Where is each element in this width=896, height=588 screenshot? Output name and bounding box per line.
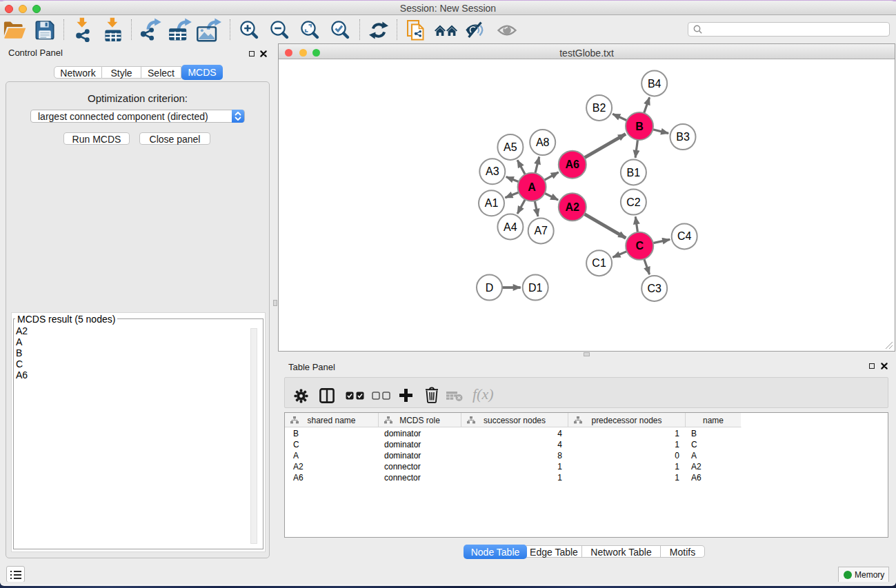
svg-text:D1: D1 xyxy=(528,282,543,294)
svg-text:A7: A7 xyxy=(534,225,548,236)
svg-text:A2: A2 xyxy=(566,201,580,213)
svg-text:C1: C1 xyxy=(592,257,606,269)
svg-text:D: D xyxy=(486,282,494,294)
svg-text:C3: C3 xyxy=(647,283,661,294)
svg-text:B3: B3 xyxy=(676,131,690,143)
svg-text:B: B xyxy=(635,121,644,132)
svg-text:A3: A3 xyxy=(486,165,499,177)
svg-text:A4: A4 xyxy=(504,221,517,233)
svg-text:A8: A8 xyxy=(536,136,550,148)
svg-text:A5: A5 xyxy=(504,141,517,153)
svg-text:A1: A1 xyxy=(485,197,499,209)
svg-text:B4: B4 xyxy=(648,78,661,90)
svg-text:B1: B1 xyxy=(627,167,641,179)
svg-text:B2: B2 xyxy=(593,102,606,114)
svg-text:C: C xyxy=(635,240,644,252)
svg-text:A6: A6 xyxy=(566,159,580,170)
svg-text:C4: C4 xyxy=(677,230,692,242)
svg-text:C2: C2 xyxy=(626,196,641,208)
svg-text:A: A xyxy=(528,181,536,193)
